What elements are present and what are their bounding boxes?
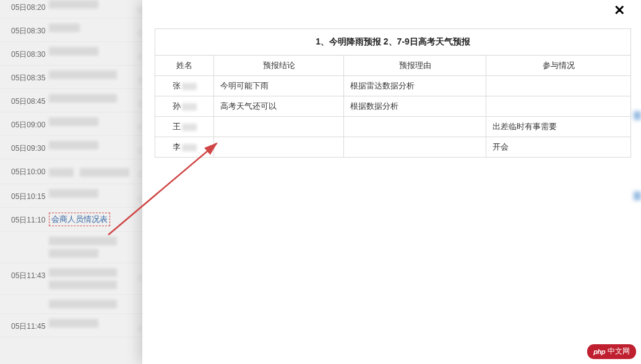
name-prefix: 李 bbox=[173, 142, 181, 151]
name-blur bbox=[182, 124, 197, 131]
cell-reason bbox=[344, 117, 486, 137]
timeline-time: 05日08:30 bbox=[2, 47, 49, 60]
timeline-time: 05日09:00 bbox=[2, 117, 49, 130]
name-prefix: 张 bbox=[173, 81, 181, 90]
timeline-row[interactable]: 05日08:45 bbox=[0, 89, 142, 112]
table-row: 孙 高考天气还可以 根据数据分析 bbox=[155, 96, 631, 117]
timeline-time: 05日08:20 bbox=[2, 0, 49, 13]
cell-conclusion bbox=[214, 117, 344, 137]
timeline-row[interactable]: 05日11:45 bbox=[0, 314, 142, 337]
php-cn-logo: php 中文网 bbox=[587, 344, 636, 359]
cell-reason: 根据雷达数据分析 bbox=[344, 76, 486, 96]
timeline-time: 05日09:30 bbox=[2, 141, 49, 154]
timeline-row[interactable] bbox=[0, 232, 142, 263]
table-row: 张 今明可能下雨 根据雷达数据分析 bbox=[155, 76, 631, 96]
timeline-row[interactable]: 05日08:20 bbox=[0, 0, 142, 19]
consult-person-table-link[interactable]: 会商人员情况表 bbox=[49, 213, 110, 226]
timeline-time: 05日08:45 bbox=[2, 94, 49, 107]
th-reason: 预报理由 bbox=[344, 56, 486, 76]
cell-reason bbox=[344, 137, 486, 158]
timeline-row[interactable]: 05日10:00 bbox=[0, 159, 142, 184]
edge-blur bbox=[634, 192, 641, 200]
cell-participation: 出差临时有事需要 bbox=[486, 117, 631, 137]
cell-conclusion: 今明可能下雨 bbox=[214, 76, 344, 96]
timeline-time bbox=[2, 300, 49, 302]
timeline-time: 05日08:35 bbox=[2, 70, 49, 83]
timeline-time bbox=[2, 237, 49, 239]
th-participation: 参与情况 bbox=[486, 56, 631, 76]
name-prefix: 孙 bbox=[173, 101, 181, 111]
modal-title: 1、今明降雨预报 2、7-9日高考天气预报 bbox=[155, 28, 631, 55]
timeline-row[interactable]: 05日09:00 bbox=[0, 112, 142, 136]
cell-conclusion bbox=[214, 137, 344, 158]
timeline-time: 05日11:45 bbox=[2, 319, 49, 332]
cell-conclusion: 高考天气还可以 bbox=[214, 96, 344, 117]
name-blur bbox=[182, 144, 197, 151]
timeline-row[interactable]: 05日11:10 会商人员情况表 bbox=[0, 208, 142, 232]
timeline-time: 05日11:10 bbox=[2, 213, 49, 226]
name-blur bbox=[182, 103, 197, 111]
timeline-time: 05日10:15 bbox=[2, 189, 49, 202]
table-row: 王 出差临时有事需要 bbox=[155, 117, 631, 137]
timeline-time: 05日10:00 bbox=[2, 164, 49, 177]
timeline-pane: 05日08:20 05日08:30 05日08:30 05日08:35 05日0… bbox=[0, 0, 142, 364]
modal-panel: ✕ 1、今明降雨预报 2、7-9日高考天气预报 姓名 预报结论 预报理由 参与情… bbox=[142, 0, 641, 364]
table-header-row: 姓名 预报结论 预报理由 参与情况 bbox=[155, 56, 631, 76]
table-row: 李 开会 bbox=[155, 137, 631, 158]
timeline-row[interactable]: 05日08:30 bbox=[0, 19, 142, 42]
timeline-row[interactable]: 05日10:15 bbox=[0, 184, 142, 208]
close-icon[interactable]: ✕ bbox=[614, 2, 625, 19]
logo-php-text: php bbox=[593, 348, 605, 355]
timeline-time: 05日08:30 bbox=[2, 23, 49, 36]
timeline-time: 05日11:43 bbox=[2, 268, 49, 281]
timeline-row[interactable]: 05日08:35 bbox=[0, 66, 142, 89]
name-prefix: 王 bbox=[173, 122, 181, 131]
timeline-row[interactable]: 05日08:30 bbox=[0, 42, 142, 66]
cell-participation bbox=[486, 96, 631, 117]
logo-cn-text: 中文网 bbox=[608, 346, 630, 357]
timeline-row[interactable]: 05日09:30 bbox=[0, 136, 142, 159]
th-name: 姓名 bbox=[155, 56, 214, 76]
cell-participation: 开会 bbox=[486, 137, 631, 158]
cell-participation bbox=[486, 76, 631, 96]
edge-blur bbox=[634, 111, 641, 120]
timeline-row[interactable] bbox=[0, 295, 142, 314]
name-blur bbox=[182, 83, 197, 90]
cell-reason: 根据数据分析 bbox=[344, 96, 486, 117]
consult-person-table: 1、今明降雨预报 2、7-9日高考天气预报 姓名 预报结论 预报理由 参与情况 … bbox=[155, 28, 631, 158]
th-conclusion: 预报结论 bbox=[214, 56, 344, 76]
timeline-row[interactable]: 05日11:43 bbox=[0, 263, 142, 295]
